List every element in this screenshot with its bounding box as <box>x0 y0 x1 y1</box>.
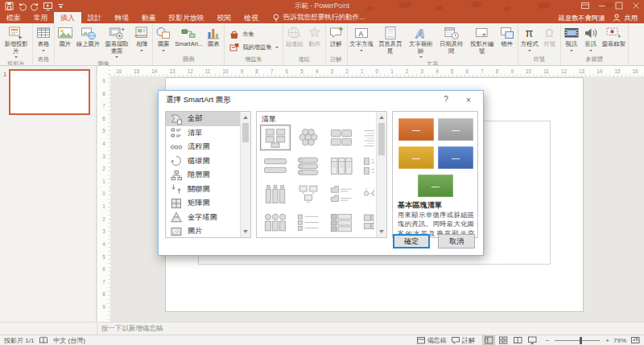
tab-review[interactable]: 校閱 <box>211 12 238 23</box>
maximize-icon[interactable] <box>610 0 627 11</box>
normal-view-icon[interactable] <box>482 335 495 345</box>
ribbon-button-chart[interactable]: 圖表 <box>204 25 223 48</box>
category-scrollbar[interactable] <box>240 112 250 237</box>
comments-toggle[interactable]: 註解 <box>451 335 475 345</box>
ribbon-button-audio[interactable]: 音訊 <box>581 25 601 53</box>
scrollbar-thumb[interactable] <box>242 123 249 142</box>
tell-me-box[interactable]: 告訴我您想要執行的動作... <box>265 12 372 23</box>
ribbon-button-text-box[interactable]: A文字方塊 <box>349 25 375 53</box>
ribbon-button-symbol[interactable]: Ω符號 <box>540 25 559 48</box>
gallery-scrollbar[interactable] <box>376 112 386 237</box>
gallery-item-basic-block-list[interactable] <box>260 125 291 150</box>
tab-file[interactable]: 檔案 <box>0 12 27 23</box>
collapse-ribbon-button[interactable] <box>632 335 641 343</box>
scroll-down-icon[interactable] <box>377 227 386 237</box>
gallery-item-side-bullet-list[interactable] <box>293 210 324 236</box>
ribbon-button-action[interactable]: 動作 <box>305 25 324 48</box>
slide-thumbnail[interactable] <box>9 69 90 115</box>
proofing-book-icon[interactable] <box>39 335 48 345</box>
ribbon-button-my-add-ins[interactable]: 我的增益集 <box>227 43 279 53</box>
category-item-all[interactable]: 全部 <box>166 112 240 126</box>
ribbon-button-header-footer[interactable]: 頁首及頁尾 <box>375 25 406 55</box>
tab-design[interactable]: 設計 <box>81 12 109 23</box>
gallery-item-grid-block-list[interactable] <box>359 210 374 236</box>
ribbon-button-comment[interactable]: 註解 <box>327 25 346 48</box>
account-name[interactable]: 就是教不會阿湯 <box>558 14 605 23</box>
category-item-process[interactable]: 流程圖 <box>166 140 240 154</box>
zoom-slider[interactable] <box>555 340 600 341</box>
scroll-up-icon[interactable] <box>241 112 250 122</box>
slideshow-icon[interactable] <box>526 335 539 345</box>
gallery-item-bracket-list[interactable] <box>359 153 374 179</box>
slide-indicator[interactable]: 投影片 1/1 <box>4 336 34 345</box>
ribbon-display-options-icon[interactable] <box>576 0 593 11</box>
gallery-item-horizontal-bullet-list[interactable] <box>260 153 291 179</box>
gallery-item-description-block-list[interactable] <box>326 210 357 236</box>
gallery-item-circle-column-list[interactable] <box>260 210 291 236</box>
ribbon-button-slide-number[interactable]: #投影片編號 <box>467 25 497 55</box>
ribbon-button-screenshot[interactable]: 螢幕擷取畫面 <box>101 25 132 60</box>
ribbon-button-object[interactable]: 物件 <box>497 25 517 48</box>
ribbon-button-new-slide[interactable]: 新增投影片 <box>1 25 31 60</box>
language-indicator[interactable]: 中文 (台灣) <box>53 336 85 345</box>
ribbon-button-store[interactable]: 市集 <box>227 30 256 40</box>
gallery-item-picture-blocks[interactable] <box>293 182 324 207</box>
tab-home[interactable]: 常用 <box>27 12 55 23</box>
zoom-out-button[interactable]: − <box>546 337 550 344</box>
zoom-in-button[interactable]: + <box>605 337 609 344</box>
slide-sorter-icon[interactable] <box>497 335 510 345</box>
customize-qat-icon[interactable] <box>55 1 67 11</box>
zoom-slider-thumb[interactable] <box>580 337 582 344</box>
tab-view[interactable]: 檢視 <box>237 12 265 23</box>
ribbon-button-picture[interactable]: 圖片 <box>56 25 75 48</box>
tab-transitions[interactable]: 轉場 <box>108 12 135 23</box>
tab-slide-show[interactable]: 投影片放映 <box>163 12 211 23</box>
scrollbar-thumb[interactable] <box>378 123 385 155</box>
cancel-button[interactable]: 取消 <box>438 234 475 248</box>
scroll-up-icon[interactable] <box>377 112 386 122</box>
category-item-relationship[interactable]: 關聯圖 <box>166 183 240 197</box>
category-item-list[interactable]: 清單 <box>166 126 240 141</box>
notes-toggle[interactable]: 備忘稿 <box>416 335 447 345</box>
category-item-cycle[interactable]: 循環圖 <box>166 154 240 169</box>
ribbon-button-online-pictures[interactable]: 線上圖片 <box>75 25 101 48</box>
gallery-item-column-list[interactable] <box>326 153 357 179</box>
zoom-level[interactable]: 79% <box>613 337 626 344</box>
dialog-help-button[interactable]: ? <box>436 91 456 109</box>
ribbon-button-photo-album[interactable]: 相簿 <box>132 25 151 53</box>
ribbon-button-equation[interactable]: π方程式 <box>519 25 540 53</box>
gallery-item-alternating-hexagons[interactable] <box>293 125 324 150</box>
ok-button[interactable]: 確定 <box>393 234 430 248</box>
undo-icon[interactable] <box>16 1 28 11</box>
notes-pane[interactable]: 按一下以新增備忘稿 <box>0 322 644 335</box>
ribbon-button-smartart[interactable]: SmartArt... <box>173 25 204 48</box>
gallery-item-dotted-process[interactable] <box>359 182 374 207</box>
ribbon-button-date-time[interactable]: 日期及時間 <box>436 25 467 55</box>
ribbon-button-shapes[interactable]: 圖案 <box>154 25 173 53</box>
gallery-item-picture-caption-list[interactable] <box>326 125 357 150</box>
reading-view-icon[interactable] <box>511 335 524 345</box>
close-icon[interactable] <box>627 0 644 11</box>
minimize-icon[interactable] <box>593 0 610 11</box>
ribbon-button-video[interactable]: 視訊 <box>562 25 581 53</box>
ribbon-button-hyperlink[interactable]: 超連結 <box>284 25 305 48</box>
redo-icon[interactable] <box>29 1 41 11</box>
gallery-item-rounded-bar-list[interactable] <box>293 153 324 179</box>
save-icon[interactable] <box>3 1 15 11</box>
ribbon-button-screen-recording[interactable]: 螢幕錄製 <box>601 25 627 48</box>
tab-animations[interactable]: 動畫 <box>135 12 163 23</box>
ribbon-button-table[interactable]: 表格 <box>34 25 53 53</box>
ribbon-button-wordart[interactable]: A文字藝術師 <box>406 25 436 60</box>
category-item-hierarchy[interactable]: 階層圖 <box>166 168 240 183</box>
gallery-item-tab-list[interactable] <box>326 182 357 207</box>
dialog-close-button[interactable]: × <box>457 91 480 109</box>
tab-insert[interactable]: 插入 <box>54 12 81 23</box>
category-item-picture[interactable]: 圖片 <box>166 224 240 238</box>
share-button[interactable]: 共用 <box>612 13 638 23</box>
gallery-item-vertical-column-list[interactable] <box>260 182 291 207</box>
category-item-matrix[interactable]: 矩陣圖 <box>166 196 240 211</box>
scroll-down-icon[interactable] <box>241 227 250 237</box>
gallery-item-lined-list[interactable] <box>359 125 374 150</box>
start-from-beginning-icon[interactable] <box>42 1 54 11</box>
category-item-pyramid[interactable]: 金字塔圖 <box>166 211 240 225</box>
